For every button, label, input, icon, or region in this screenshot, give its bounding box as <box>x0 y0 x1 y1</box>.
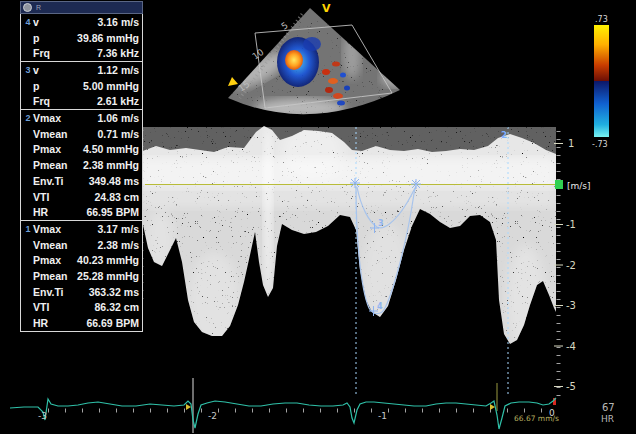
measurement-unit: mmHg <box>106 159 139 171</box>
measurement-row: Pmax4.50mmHg <box>21 142 142 158</box>
measurement-label: Vmean <box>33 239 67 251</box>
sweep-speed-label: 66.67 mm/s <box>514 414 559 423</box>
measurement-value: 0.71 <box>97 128 117 140</box>
measurement-unit: mmHg <box>106 32 139 44</box>
trace-start-marker[interactable] <box>350 178 360 188</box>
measurement-label: HR <box>33 317 48 329</box>
colorbar-max-label: .73 <box>595 15 608 24</box>
measurement-unit: m/s <box>121 64 139 76</box>
ecg-strip: -3 -2 -1 0 66.67 mm/s <box>10 378 559 433</box>
measurement-unit: m/s <box>121 239 139 251</box>
measurement-value: 86.32 <box>95 301 121 313</box>
measurement-label: Vmax <box>33 112 61 124</box>
measurement-group-2: 2Vmax1.06m/sVmean0.71m/sPmax4.50mmHgPmea… <box>21 109 142 220</box>
measurement-label: v <box>33 16 39 28</box>
vlabel-m5: -5 <box>566 381 576 392</box>
measurement-list: 4v3.16m/sp39.86mmHgFrq7.36kHz3v1.12m/sp5… <box>20 14 143 332</box>
measurement-group-3: 3v1.12m/sp5.00mmHgFrq2.61kHz <box>21 61 142 109</box>
measurement-value: 363.32 <box>89 286 121 298</box>
measurement-group-number: 3 <box>23 65 33 75</box>
heart-rate-display: 67 HR <box>601 402 615 424</box>
measurement-value: 40.23 <box>77 254 103 266</box>
measurement-unit: cm <box>124 301 139 313</box>
velocity-unit-label: [m/s] <box>567 181 591 191</box>
measurement-row: Pmean25.28mmHg <box>21 268 142 284</box>
measurement-value: 7.36 <box>97 47 117 59</box>
measurement-value: 349.48 <box>89 175 121 187</box>
measurement-value: 66.69 <box>86 317 112 329</box>
measurement-label: Frq <box>33 47 50 59</box>
measurement-unit: m/s <box>121 112 139 124</box>
measurement-value: 4.50 <box>83 143 103 155</box>
baseline-scale-marker[interactable] <box>555 180 563 189</box>
cursor-region-label: 2 <box>501 130 507 140</box>
measurement-row: Pmean2.38mmHg <box>21 157 142 173</box>
hr-label: HR <box>601 414 614 424</box>
measurement-label: Vmean <box>33 128 67 140</box>
measurement-row: p39.86mmHg <box>21 30 142 46</box>
measurement-row: Frq7.36kHz <box>21 45 142 61</box>
measurement-unit: kHz <box>120 47 139 59</box>
tlabel-m3: -3 <box>38 411 47 421</box>
tlabel-m2: -2 <box>208 411 217 421</box>
vlabel-plus1: 1 <box>568 138 574 149</box>
vlabel-m3: -3 <box>566 300 576 311</box>
measurement-group-number: 4 <box>23 17 33 27</box>
measurement-label: VTI <box>33 301 49 313</box>
measurement-value: 66.95 <box>86 206 112 218</box>
measurement-unit: m/s <box>121 16 139 28</box>
measurement-row: Vmean0.71m/s <box>21 126 142 142</box>
measurement-value: 2.38 <box>83 159 103 171</box>
measurement-row: 4v3.16m/s <box>21 14 142 30</box>
measurement-value: 3.16 <box>97 16 117 28</box>
measurement-row: VTI24.83cm <box>21 189 142 205</box>
measurement-row: Pmax40.23mmHg <box>21 253 142 269</box>
measurement-label: p <box>33 32 39 44</box>
measurement-unit: ms <box>124 286 139 298</box>
svg-text:4: 4 <box>377 302 383 311</box>
measurement-value: 5.00 <box>83 80 103 92</box>
measurement-row: Frq2.61kHz <box>21 94 142 110</box>
measurement-label: Pmean <box>33 159 67 171</box>
status-circle-icon <box>23 3 32 12</box>
ultrasound-screen: 2 3 4 1 -1 -2 <box>0 0 636 434</box>
measurement-value: 2.38 <box>97 239 117 251</box>
measurement-unit: mmHg <box>106 254 139 266</box>
measurement-group-4: 4v3.16m/sp39.86mmHgFrq7.36kHz <box>21 14 142 61</box>
measurement-row: Env.Ti349.48ms <box>21 173 142 189</box>
measurement-value: 1.12 <box>97 64 117 76</box>
colorbar-min-label: -.73 <box>592 140 608 149</box>
tlabel-m1: -1 <box>378 411 387 421</box>
vlabel-m2: -2 <box>566 260 576 271</box>
measurement-unit: mmHg <box>106 270 139 282</box>
measurement-unit: cm <box>124 191 139 203</box>
measurement-unit: mmHg <box>106 80 139 92</box>
measurement-unit: BPM <box>116 206 139 218</box>
measurement-value: 24.83 <box>95 191 121 203</box>
trigger-arrow-1 <box>186 404 191 410</box>
measurement-row: Env.Ti363.32ms <box>21 284 142 300</box>
velocity-axis: 1 -1 -2 -3 -4 -5 [m/s] <box>553 131 591 405</box>
hr-value: 67 <box>602 402 615 413</box>
vlabel-m4: -4 <box>566 341 576 352</box>
titlebar-glyph: R <box>36 4 41 11</box>
measurement-label: v <box>33 64 39 76</box>
svg-text:3: 3 <box>378 219 384 228</box>
bmode-thumbnail[interactable]: 5 10 15 V <box>222 2 422 137</box>
measurement-unit: mmHg <box>106 143 139 155</box>
ecg-trace <box>10 398 556 429</box>
measurement-panel-titlebar[interactable]: R <box>20 1 143 14</box>
measurement-label: Env.Ti <box>33 175 64 187</box>
measurement-value: 39.86 <box>77 32 103 44</box>
measurement-label: HR <box>33 206 48 218</box>
measurement-label: VTI <box>33 191 49 203</box>
measurement-unit: m/s <box>121 128 139 140</box>
measurement-unit: BPM <box>116 317 139 329</box>
trace-end-marker[interactable] <box>411 179 421 189</box>
orientation-marker: V <box>322 2 331 15</box>
measurement-label: Env.Ti <box>33 286 64 298</box>
measurement-value: 1.06 <box>97 112 117 124</box>
measurement-group-number: 1 <box>23 224 33 234</box>
measurement-label: Pmax <box>33 254 61 266</box>
measurement-row: VTI86.32cm <box>21 300 142 316</box>
